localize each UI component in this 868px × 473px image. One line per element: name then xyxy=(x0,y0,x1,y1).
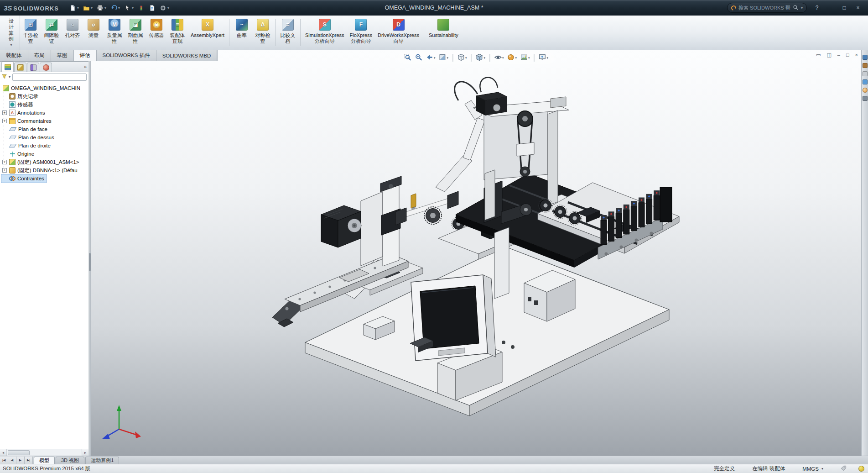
section-properties-button[interactable]: 剖面属性 xyxy=(125,16,146,50)
help-button[interactable]: ? xyxy=(811,3,823,13)
clearance-verify-button[interactable]: 间隙验证 xyxy=(41,16,62,50)
file-properties-button[interactable] xyxy=(147,2,157,13)
tab-solidworks-mbd[interactable]: SOLIDWORKS MBD xyxy=(156,50,218,61)
stepper-motor-left[interactable] xyxy=(321,192,383,266)
tag-icon[interactable] xyxy=(841,465,847,472)
tree-item-front-plane[interactable]: Plan de face xyxy=(1,125,49,133)
bottom-tab-3d-views[interactable]: 3D 视图 xyxy=(56,457,84,464)
tree-item-component-dbnna[interactable]: +(固定) DBNNA<1> (Défau xyxy=(1,166,79,174)
tree-item-origin[interactable]: Origine xyxy=(1,150,36,158)
dropdown-caret-icon[interactable]: ▾ xyxy=(91,6,93,10)
design-study-button[interactable]: 设计算例 ▾ xyxy=(3,16,20,50)
expand-toggle-icon[interactable]: + xyxy=(2,160,7,164)
new-document-button[interactable]: ▾ xyxy=(68,2,80,13)
curvature-button[interactable]: 曲率 xyxy=(231,16,252,50)
simulationxpress-wizard-button[interactable]: SimulationXpress分析向导 xyxy=(302,16,347,50)
assembly-visualization-button[interactable]: 装配体直观 xyxy=(167,16,188,50)
quick-tips-icon[interactable] xyxy=(858,466,864,472)
dropdown-caret-icon[interactable]: ▾ xyxy=(547,56,549,60)
section-view-button[interactable]: ▾ xyxy=(437,53,450,63)
search-icon[interactable] xyxy=(793,5,799,11)
tab-evaluate[interactable]: 评估 xyxy=(74,50,97,61)
scroll-right-button[interactable]: ▸ xyxy=(82,449,88,456)
mass-properties-button[interactable]: 质量属性 xyxy=(104,16,125,50)
zoom-to-area-button[interactable] xyxy=(413,53,424,63)
bottom-tab-model[interactable]: 模型 xyxy=(34,457,55,464)
hide-show-items-button[interactable]: ▾ xyxy=(493,53,505,63)
drive-shaft[interactable] xyxy=(395,191,458,225)
expand-toggle-icon[interactable]: + xyxy=(2,119,7,123)
tree-horizontal-scrollbar[interactable]: ◂ ▸ xyxy=(0,449,88,456)
compare-documents-button[interactable]: 比较文档 xyxy=(277,16,298,50)
symmetry-check-button[interactable]: 对称检查 xyxy=(252,16,273,50)
scroll-left-button[interactable]: ◂ xyxy=(0,449,7,456)
bottom-tab-motion-study-1[interactable]: 运动算例1 xyxy=(85,457,119,464)
minimize-button[interactable]: – xyxy=(824,3,837,13)
tree-item-comments-folder[interactable]: +Commentaires xyxy=(1,117,53,125)
3d-model-view[interactable] xyxy=(91,50,861,456)
step-forward-button[interactable]: ▶ xyxy=(16,457,25,464)
measure-button[interactable]: 测量 xyxy=(83,16,104,50)
floxpress-wizard-button[interactable]: FloXpress分析向导 xyxy=(347,16,375,50)
tree-item-component-asm0001[interactable]: +(固定) ASM0001_ASM<1> xyxy=(1,158,81,166)
dropdown-caret-icon[interactable]: ▾ xyxy=(132,6,134,10)
dropdown-caret-icon[interactable]: ▾ xyxy=(77,6,79,10)
zoom-to-fit-button[interactable] xyxy=(402,53,413,63)
doc-restore-button[interactable]: □ xyxy=(846,52,849,58)
panel-overflow-button[interactable]: » xyxy=(84,64,87,69)
hole-alignment-button[interactable]: 孔对齐 xyxy=(62,16,83,50)
solidworks-resources-tab-icon[interactable] xyxy=(863,55,868,60)
dropdown-caret-icon[interactable]: ▾ xyxy=(167,6,169,10)
dropdown-caret-icon[interactable]: ▾ xyxy=(515,56,517,60)
scroll-thumb[interactable] xyxy=(8,450,30,455)
tree-item-history-folder[interactable]: 历史记录 xyxy=(1,92,40,100)
viewport-layout-single-button[interactable]: ▭ xyxy=(816,52,821,58)
filter-field[interactable] xyxy=(12,74,87,81)
design-library-tab-icon[interactable] xyxy=(863,63,868,68)
view-palette-tab-icon[interactable] xyxy=(863,79,868,84)
monitor-stand[interactable] xyxy=(494,227,509,299)
tree-item-annotations-folder[interactable]: +Annotations xyxy=(1,109,47,117)
close-button[interactable]: × xyxy=(852,3,864,13)
sustainability-button[interactable]: Sustainability xyxy=(426,16,461,50)
propertymanager-tab[interactable] xyxy=(14,63,26,72)
view-orientation-button[interactable]: ▾ xyxy=(456,53,468,63)
dropdown-caret-icon[interactable]: ▾ xyxy=(483,56,485,60)
design-study-caret-icon[interactable]: ▾ xyxy=(10,43,12,47)
filter-caret-icon[interactable]: ▾ xyxy=(9,75,10,79)
step-back-button[interactable]: ◀ xyxy=(8,457,16,464)
jump-to-end-button[interactable]: ▶| xyxy=(25,457,33,464)
view-settings-button[interactable]: ▾ xyxy=(537,53,550,63)
print-button[interactable]: ▾ xyxy=(95,2,108,13)
search-caret-icon[interactable]: ▾ xyxy=(801,6,803,10)
apply-scene-button[interactable]: ▾ xyxy=(519,53,531,63)
dropdown-caret-icon[interactable]: ▾ xyxy=(465,56,467,60)
rebuild-button[interactable] xyxy=(136,2,146,13)
help-search-box[interactable]: 搜索 SOLIDWORKS 帮助 ▾ xyxy=(727,3,807,13)
units-caret-icon[interactable]: ▾ xyxy=(821,467,823,471)
main-gear[interactable] xyxy=(424,207,442,224)
dropdown-caret-icon[interactable]: ▾ xyxy=(118,6,120,10)
dropdown-caret-icon[interactable]: ▾ xyxy=(502,56,504,60)
options-button[interactable]: ▾ xyxy=(158,2,171,13)
display-style-button[interactable]: ▾ xyxy=(474,53,487,63)
appearances-scenes-tab-icon[interactable] xyxy=(863,88,868,93)
driveworksxpress-wizard-button[interactable]: DriveWorksXpress向导 xyxy=(375,16,422,50)
tab-solidworks-addins[interactable]: SOLIDWORKS 插件 xyxy=(97,50,156,61)
tab-layout[interactable]: 布局 xyxy=(28,50,51,61)
tab-sketch[interactable]: 草图 xyxy=(51,50,74,61)
sensor-button[interactable]: 传感器 xyxy=(146,16,167,50)
dropdown-caret-icon[interactable]: ▾ xyxy=(528,56,530,60)
dropdown-caret-icon[interactable]: ▾ xyxy=(447,56,448,60)
displaymanager-tab[interactable] xyxy=(40,63,52,72)
graphics-viewport[interactable]: ▾▾▾▾▾▾▾▾ xyxy=(91,50,861,456)
assembly-xpert-button[interactable]: AssemblyXpert xyxy=(188,16,227,50)
units-selector[interactable]: MMGS ▾ xyxy=(802,466,823,472)
select-button[interactable]: ▾ xyxy=(123,2,135,13)
panel-splitter[interactable] xyxy=(88,61,91,456)
tree-item-top-plane[interactable]: Plan de dessus xyxy=(1,133,56,142)
maximize-button[interactable]: □ xyxy=(838,3,851,13)
tree-item-right-plane[interactable]: Plan de droite xyxy=(1,142,52,150)
expand-toggle-icon[interactable]: + xyxy=(2,110,7,115)
dropdown-caret-icon[interactable]: ▾ xyxy=(104,6,106,10)
